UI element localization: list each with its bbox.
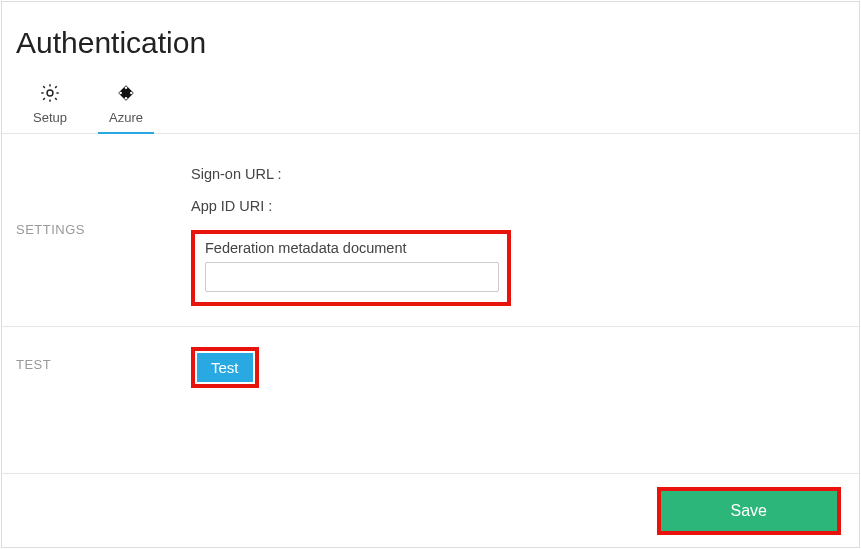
svg-point-0 [47, 90, 53, 96]
tab-label: Azure [109, 110, 143, 125]
gear-icon [39, 82, 61, 104]
svg-point-2 [125, 86, 128, 89]
test-heading: TEST [16, 347, 191, 388]
page-title: Authentication [16, 26, 859, 60]
test-section: TEST Test [2, 327, 859, 408]
tab-label: Setup [33, 110, 67, 125]
federation-metadata-label: Federation metadata document [205, 240, 497, 256]
settings-section: SETTINGS Sign-on URL : App ID URI : Fede… [2, 134, 859, 327]
diamond-icon [115, 82, 137, 104]
save-button[interactable]: Save [661, 491, 837, 531]
signon-url-label: Sign-on URL : [191, 166, 859, 182]
tab-setup[interactable]: Setup [26, 82, 74, 133]
settings-heading: SETTINGS [16, 154, 191, 306]
svg-point-4 [119, 92, 122, 95]
tab-azure[interactable]: Azure [102, 82, 150, 133]
save-highlight: Save [657, 487, 841, 535]
svg-point-3 [125, 97, 128, 100]
tab-bar: Setup Azure [2, 82, 859, 134]
footer: Save [2, 473, 859, 547]
appid-uri-label: App ID URI : [191, 198, 859, 214]
test-button[interactable]: Test [197, 353, 253, 382]
federation-metadata-input[interactable] [205, 262, 499, 292]
test-highlight: Test [191, 347, 259, 388]
svg-point-5 [130, 92, 133, 95]
federation-metadata-highlight: Federation metadata document [191, 230, 511, 306]
